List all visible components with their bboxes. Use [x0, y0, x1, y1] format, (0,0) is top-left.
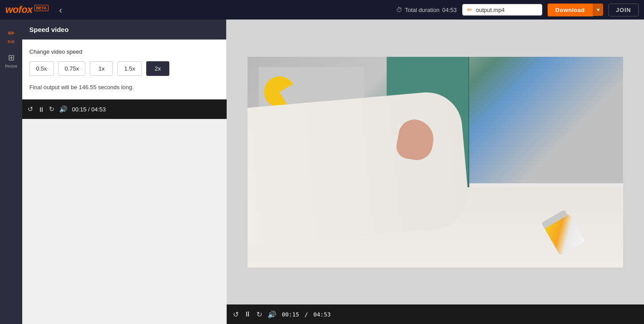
time-total: 04:53: [91, 106, 106, 113]
video-frame: [248, 57, 623, 268]
back-button[interactable]: ‹: [56, 3, 66, 17]
vc-time-total: 04:53: [313, 311, 331, 318]
panel: Speed video Change video speed 0.5x 0.75…: [22, 20, 227, 99]
total-duration-value: 04:53: [442, 7, 457, 13]
edit-icon: ✏: [467, 6, 472, 13]
header-right: ⏱ Total duration 04:53 ✏ output.mp4 Down…: [396, 4, 639, 16]
pause-icon[interactable]: ⏸: [38, 106, 44, 113]
white-arm: [248, 89, 471, 245]
vc-refresh-icon[interactable]: ↻: [256, 310, 262, 319]
logo-beta: BETA: [34, 5, 48, 11]
refresh-icon[interactable]: ↻: [49, 105, 55, 113]
download-btn-group: Download ▾: [548, 4, 603, 16]
panel-body: Change video speed 0.5x 0.75x 1x 1.5x 2x…: [22, 40, 226, 99]
download-button[interactable]: Download: [548, 4, 593, 16]
clock-icon: ⏱: [396, 6, 402, 13]
filename-box[interactable]: ✏ output.mp4: [462, 4, 542, 16]
panel-title: Speed video: [29, 26, 68, 33]
vc-restart-icon[interactable]: ↺: [233, 310, 239, 319]
filename-text: output.mp4: [476, 7, 505, 13]
video-controls: ↺ ⏸ ↻ 🔊 00:15 / 04:53: [227, 304, 644, 324]
total-duration-label: Total duration: [405, 7, 440, 13]
vc-volume-icon[interactable]: 🔊: [268, 310, 276, 319]
speed-btn-0.5x[interactable]: 0.5x: [29, 61, 54, 76]
speed-buttons-group: 0.5x 0.75x 1x 1.5x 2x: [29, 61, 219, 76]
sidebar-label-resize: Resize: [5, 64, 17, 68]
vc-time-current: 00:15: [282, 311, 299, 318]
time-current: 00:15: [72, 106, 87, 113]
speed-btn-0.75x[interactable]: 0.75x: [58, 61, 86, 76]
vc-pause-icon[interactable]: ⏸: [244, 310, 251, 318]
panel-bottom-bar: ↺ ⏸ ↻ 🔊 00:15 / 04:53: [22, 99, 227, 119]
logo-text: wofox: [5, 4, 32, 16]
video-area: ↺ ⏸ ↻ 🔊 00:15 / 04:53: [227, 20, 644, 324]
edit-sidebar-icon: ✏: [8, 28, 15, 38]
speed-btn-2x[interactable]: 2x: [146, 61, 169, 76]
volume-icon[interactable]: 🔊: [59, 105, 68, 113]
video-scene: [248, 57, 623, 268]
vc-time-separator: /: [304, 311, 308, 318]
playback-controls: ↺ ⏸ ↻ 🔊 00:15 / 04:53: [28, 105, 106, 113]
restart-icon[interactable]: ↺: [28, 105, 33, 113]
speed-btn-1.5x[interactable]: 1.5x: [117, 61, 142, 76]
pacman-mouth: [280, 84, 295, 106]
output-info: Final output will be 146.55 seconds long…: [29, 84, 219, 91]
resize-sidebar-icon: ⊞: [8, 53, 15, 63]
logo: wofox BETA: [5, 4, 48, 16]
join-button[interactable]: JOIN: [608, 4, 639, 16]
panel-subtitle: Change video speed: [29, 48, 219, 55]
download-dropdown-button[interactable]: ▾: [593, 4, 603, 16]
main-content: ✏ Edit ⊞ Resize Speed video Change video…: [0, 20, 644, 324]
speed-btn-1x[interactable]: 1x: [90, 61, 113, 76]
panel-header: Speed video: [22, 20, 226, 40]
sidebar-item-resize[interactable]: ⊞ Resize: [0, 48, 22, 73]
sidebar-item-edit[interactable]: ✏ Edit: [0, 24, 22, 48]
header: wofox BETA ‹ ⏱ Total duration 04:53 ✏ ou…: [0, 0, 644, 20]
sidebar: ✏ Edit ⊞ Resize: [0, 20, 22, 324]
pacman-figure: [264, 76, 295, 107]
sidebar-label-edit: Edit: [8, 40, 15, 44]
header-left: wofox BETA ‹: [5, 3, 66, 17]
video-wrapper: [227, 20, 644, 304]
panel-container: Speed video Change video speed 0.5x 0.75…: [22, 20, 227, 324]
total-duration: ⏱ Total duration 04:53: [396, 6, 457, 13]
playback-time: 00:15 / 04:53: [72, 106, 106, 113]
